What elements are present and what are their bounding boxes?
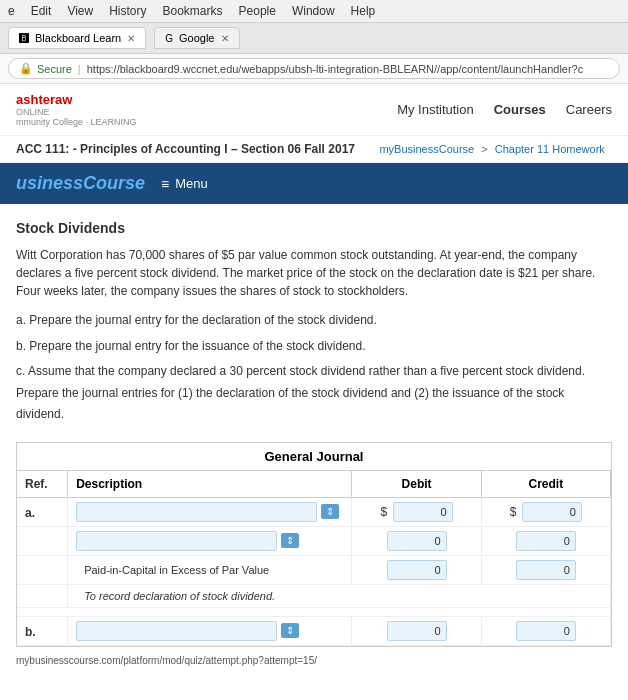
breadcrumb-path2[interactable]: Chapter 11 Homework <box>495 143 605 155</box>
debit-a2 <box>352 526 481 555</box>
debit-b <box>352 616 481 645</box>
description-text: Witt Corporation has 70,000 shares of $5… <box>16 246 612 300</box>
desc-input-wrapper-b: ⇕ <box>76 621 343 641</box>
instructions: a. Prepare the journal entry for the dec… <box>16 310 612 426</box>
debit-a3 <box>352 555 481 584</box>
debit-input-a3[interactable] <box>387 560 447 580</box>
credit-input-a1[interactable] <box>522 502 582 522</box>
table-row-b: b. ⇕ <box>17 616 611 645</box>
credit-a2 <box>481 526 610 555</box>
lock-icon: 🔒 <box>19 62 33 75</box>
tab-google-label: Google <box>179 32 214 44</box>
tab-blackboard[interactable]: 🅱 Blackboard Learn ✕ <box>8 27 146 49</box>
instruction-b: b. Prepare the journal entry for the iss… <box>16 336 612 358</box>
table-row-a3: Paid-in-Capital in Excess of Par Value <box>17 555 611 584</box>
section-title: Stock Dividends <box>16 220 612 236</box>
menu-window[interactable]: Window <box>292 4 335 18</box>
col-desc: Description <box>68 471 352 498</box>
tab-google-close[interactable]: ✕ <box>221 33 229 44</box>
col-debit: Debit <box>352 471 481 498</box>
menu-people[interactable]: People <box>239 4 276 18</box>
tab-google[interactable]: G Google ✕ <box>154 27 239 49</box>
menu-label: Menu <box>175 176 208 191</box>
paid-in-capital-label: Paid-in-Capital in Excess of Par Value <box>76 564 269 576</box>
credit-a3 <box>481 555 610 584</box>
debit-input-a1[interactable] <box>393 502 453 522</box>
menu-view[interactable]: View <box>67 4 93 18</box>
breadcrumb-path: myBusinessCourse > Chapter 11 Homework <box>379 143 604 155</box>
table-row-note: To record declaration of stock dividend. <box>17 584 611 607</box>
course-name: usinessCourse <box>16 173 145 194</box>
blackboard-icon: 🅱 <box>19 33 29 44</box>
course-bar: usinessCourse ≡ Menu <box>0 163 628 204</box>
ref-a2 <box>17 526 68 555</box>
desc-a1: ⇕ <box>68 497 352 526</box>
tab-blackboard-label: Blackboard Learn <box>35 32 121 44</box>
journal-table: General Journal Ref. Description Debit C… <box>16 442 612 647</box>
credit-a1: $ <box>481 497 610 526</box>
desc-input-b[interactable] <box>76 621 277 641</box>
credit-input-a2[interactable] <box>516 531 576 551</box>
menu-help[interactable]: Help <box>351 4 376 18</box>
browser-address-bar: 🔒 Secure | https://blackboard9.wccnet.ed… <box>0 54 628 84</box>
google-icon: G <box>165 33 173 44</box>
desc-arrow-b[interactable]: ⇕ <box>281 623 299 638</box>
browser-tab-bar: 🅱 Blackboard Learn ✕ G Google ✕ <box>0 23 628 54</box>
main-content: Stock Dividends Witt Corporation has 70,… <box>0 204 628 682</box>
desc-b: ⇕ <box>68 616 352 645</box>
breadcrumb-path1[interactable]: myBusinessCourse <box>379 143 474 155</box>
table-row-a2: ⇕ <box>17 526 611 555</box>
desc-a2: ⇕ <box>68 526 352 555</box>
desc-input-a2[interactable] <box>76 531 277 551</box>
debit-input-a2[interactable] <box>387 531 447 551</box>
nav-courses[interactable]: Courses <box>494 102 546 117</box>
tab-blackboard-close[interactable]: ✕ <box>127 33 135 44</box>
breadcrumb-bar: ACC 111: - Principles of Accounting I – … <box>0 136 628 163</box>
hamburger-icon: ≡ <box>161 176 169 192</box>
desc-a3: Paid-in-Capital in Excess of Par Value <box>68 555 352 584</box>
logo-sub2: mmunity College · LEARNING <box>16 117 137 127</box>
site-logo: ashteraw ONLINE mmunity College · LEARNI… <box>16 92 137 127</box>
page-content: ashteraw ONLINE mmunity College · LEARNI… <box>0 84 628 682</box>
ref-b: b. <box>17 616 68 645</box>
col-ref: Ref. <box>17 471 68 498</box>
ref-a3 <box>17 555 68 584</box>
instruction-c: c. Assume that the company declared a 30… <box>16 361 612 426</box>
menu-edit[interactable]: Edit <box>31 4 52 18</box>
address-bar[interactable]: 🔒 Secure | https://blackboard9.wccnet.ed… <box>8 58 620 79</box>
debit-a1: $ <box>352 497 481 526</box>
desc-arrow-a1[interactable]: ⇕ <box>321 504 339 519</box>
credit-b <box>481 616 610 645</box>
desc-input-wrapper-a2: ⇕ <box>76 531 343 551</box>
credit-input-a3[interactable] <box>516 560 576 580</box>
note-cell: To record declaration of stock dividend. <box>68 584 611 607</box>
bottom-url: mybusinesscourse.com/platform/mod/quiz/a… <box>16 655 612 666</box>
menu-button[interactable]: ≡ Menu <box>161 176 208 192</box>
table-row-a1: a. ⇕ $ $ <box>17 497 611 526</box>
logo-sub1: ONLINE <box>16 107 137 117</box>
col-credit: Credit <box>481 471 610 498</box>
nav-careers[interactable]: Careers <box>566 102 612 117</box>
ref-a: a. <box>17 497 68 526</box>
note-label: To record declaration of stock dividend. <box>76 590 275 602</box>
site-header: ashteraw ONLINE mmunity College · LEARNI… <box>0 84 628 136</box>
menu-e[interactable]: e <box>8 4 15 18</box>
course-title: ACC 111: - Principles of Accounting I – … <box>16 142 355 156</box>
instruction-a: a. Prepare the journal entry for the dec… <box>16 310 612 332</box>
credit-input-b[interactable] <box>516 621 576 641</box>
desc-arrow-a2[interactable]: ⇕ <box>281 533 299 548</box>
menu-bookmarks[interactable]: Bookmarks <box>163 4 223 18</box>
browser-menu-bar: e Edit View History Bookmarks People Win… <box>0 0 628 23</box>
desc-input-wrapper-a1: ⇕ <box>76 502 343 522</box>
breadcrumb-sep: > <box>481 143 487 155</box>
debit-input-b[interactable] <box>387 621 447 641</box>
nav-myinstitution[interactable]: My Institution <box>397 102 474 117</box>
logo-brand: ashteraw <box>16 92 72 107</box>
menu-history[interactable]: History <box>109 4 146 18</box>
secure-label: Secure <box>37 63 72 75</box>
row-spacer <box>17 607 611 616</box>
table-title: General Journal <box>17 443 611 471</box>
desc-input-a1[interactable] <box>76 502 317 522</box>
url-text: https://blackboard9.wccnet.edu/webapps/u… <box>87 63 584 75</box>
site-nav: My Institution Courses Careers <box>397 102 612 117</box>
